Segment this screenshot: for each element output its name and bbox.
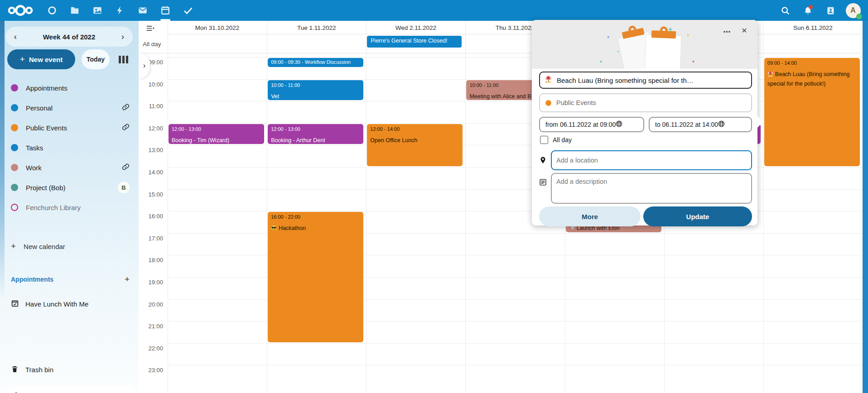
add-appointment-button[interactable]: + [125, 274, 130, 284]
calendar-list-item[interactable]: Appointments [0, 78, 139, 98]
calendar-event[interactable]: 09:00 - 09:30 - Workflow Discussion [268, 58, 363, 67]
dashboard-icon[interactable] [41, 0, 63, 21]
hour-label: 10:00 [141, 81, 163, 88]
search-icon[interactable] [774, 0, 796, 21]
event-title: Beach Luau (Bring something special for … [767, 70, 857, 89]
calendar-name: Fenchurch Library [26, 204, 130, 211]
hour-label: 15:00 [141, 191, 163, 198]
description-input[interactable] [551, 173, 752, 204]
files-icon[interactable] [63, 0, 86, 21]
calendar-name: Project (Bob) [26, 184, 118, 192]
shared-by-avatar: B [118, 182, 130, 193]
scrollbar[interactable] [863, 21, 868, 393]
event-time: 12:00 - 13:00 [172, 126, 261, 132]
globe-icon[interactable] [616, 120, 639, 129]
mail-icon[interactable] [131, 0, 154, 21]
day-header[interactable]: Tue 1.11.2022 [267, 21, 366, 34]
calendar-event[interactable]: 16:00 - 22:00Hackathon [268, 212, 363, 342]
calendar-list-item[interactable]: Work [0, 158, 139, 177]
clipboard-illustration [595, 25, 704, 69]
all-day-checkbox-label: All day [553, 136, 572, 144]
all-day-event[interactable]: Pierre's General Store Closed! [367, 36, 462, 48]
contacts-icon[interactable] [819, 0, 842, 21]
notifications-icon[interactable] [796, 0, 819, 21]
hour-gridline [168, 57, 863, 58]
nextcloud-logo[interactable] [6, 0, 34, 21]
event-title-text: Beach Luau (Bring something special for … [767, 71, 850, 87]
calendar-settings-button[interactable]: Calendar settings [5, 386, 137, 393]
tasks-icon[interactable] [177, 0, 199, 21]
calendar-ring-icon [11, 204, 18, 211]
calendar-list-item[interactable]: Public Events [0, 118, 139, 138]
calendar-icon[interactable] [154, 0, 177, 21]
appointment-link-label: Have Lunch With Me [25, 300, 88, 308]
event-title-input[interactable]: Beach Luau (Bring something special for … [539, 72, 752, 89]
notification-badge [809, 5, 813, 9]
trash-bin-label: Trash bin [25, 366, 53, 374]
beach-umbrella-emoji-icon [767, 71, 773, 80]
hour-label: 13:00 [141, 147, 163, 153]
top-bar: A [0, 0, 868, 21]
new-calendar-button[interactable]: + New calendar [11, 241, 65, 251]
appointment-link-item[interactable]: Have Lunch With Me [11, 299, 88, 309]
event-title: Vet [271, 92, 360, 101]
calendar-event[interactable]: 10:00 - 11:00Vet [268, 80, 363, 101]
plus-icon: + [20, 54, 25, 64]
event-editor-popup: ••• × Beach Luau (Bring something specia… [532, 20, 757, 225]
start-date-picker[interactable]: from 06.11.2022 at 09:00 [539, 117, 644, 132]
trash-icon [11, 365, 19, 374]
calendar-list-item[interactable]: Tasks [0, 138, 139, 158]
compact-view-icon[interactable] [146, 24, 154, 34]
column-gridline [168, 21, 168, 393]
update-button[interactable]: Update [643, 206, 752, 226]
divider [168, 34, 863, 34]
share-link-icon[interactable] [122, 123, 130, 132]
column-gridline [366, 21, 366, 393]
ellipsis-icon[interactable]: ••• [720, 24, 734, 38]
globe-icon[interactable] [718, 120, 747, 129]
day-header[interactable]: Sun 6.11.2022 [763, 21, 863, 34]
photos-icon[interactable] [86, 0, 109, 21]
close-icon[interactable]: × [738, 24, 751, 37]
trash-bin-button[interactable]: Trash bin [11, 365, 53, 374]
calendar-event[interactable]: 09:00 - 14:00Beach Luau (Bring something… [764, 58, 860, 166]
calendar-event[interactable]: 12:00 - 13:00Booking - Tim (Wizard) [169, 124, 264, 144]
calendar-dot-icon [11, 164, 18, 171]
hour-gridline [168, 79, 863, 80]
all-day-checkbox[interactable] [540, 136, 548, 144]
calendar-event[interactable]: 12:00 - 14:00Open Office Lunch [367, 124, 463, 166]
next-week-button[interactable]: › [113, 32, 133, 42]
location-input[interactable] [551, 150, 752, 170]
event-title-text: Beach Luau (Bring something special for … [557, 77, 694, 84]
event-time: 16:00 - 22:00 [271, 214, 360, 220]
avatar[interactable]: A [842, 0, 864, 21]
hour-label: 20:00 [141, 301, 163, 308]
description-icon [539, 173, 551, 204]
today-button[interactable]: Today [82, 49, 110, 69]
end-date-picker[interactable]: to 06.11.2022 at 14:00 [649, 117, 752, 132]
sidebar-toggle[interactable]: › [139, 53, 150, 79]
day-header[interactable]: Mon 31.10.2022 [168, 21, 267, 34]
calendar-picker[interactable]: Public Events [539, 93, 752, 112]
calendar-list-item[interactable]: Project (Bob)B [0, 177, 139, 197]
hour-gridline [168, 145, 863, 145]
activity-icon[interactable] [109, 0, 131, 21]
calendar-picker-value: Public Events [556, 99, 596, 106]
hour-gridline [168, 365, 863, 365]
previous-week-button[interactable]: ‹ [5, 32, 25, 42]
event-title-text: Vet [271, 93, 279, 100]
view-switcher-icon[interactable] [119, 56, 128, 63]
hour-gridline [168, 343, 863, 344]
more-button[interactable]: More [539, 206, 641, 226]
beach-umbrella-emoji-icon [545, 76, 552, 85]
calendar-name: Public Events [26, 124, 122, 132]
share-link-icon[interactable] [122, 163, 130, 172]
calendar-list-item[interactable]: Personal [0, 98, 139, 118]
share-link-icon[interactable] [122, 103, 130, 112]
calendar-event[interactable]: 12:00 - 13:00Booking - Arthur Dent [268, 124, 363, 144]
hour-gridline [168, 101, 863, 101]
calendar-list-item[interactable]: Fenchurch Library [0, 197, 139, 217]
all-day-label: All day [143, 41, 161, 48]
new-event-button[interactable]: + New event [7, 49, 75, 69]
day-header[interactable]: Wed 2.11.2022 [366, 21, 465, 34]
